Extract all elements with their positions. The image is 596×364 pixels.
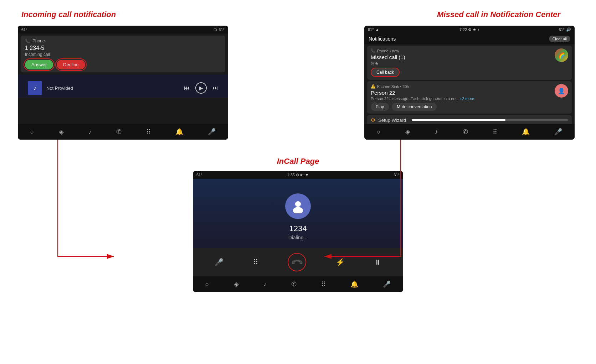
android-icon: ▲ [375, 27, 379, 32]
incall-screen: 61° 1:35 ⚙★↑▼ 61° 1234 Dialing... 🎤 [193, 171, 403, 292]
track-info: Not Provided [46, 85, 180, 91]
incall-status-right: 61° [394, 173, 400, 177]
end-call-button[interactable]: 📞 [288, 253, 306, 271]
call-type: Incoming call [25, 52, 221, 57]
notifications-title: Notifications [369, 36, 396, 42]
incoming-bottom-nav: ○ ◈ ♪ ✆ ⠿ 🔔 🎤 [18, 124, 228, 140]
pause-button[interactable]: ⏸ [374, 258, 381, 266]
missed-status-left: 61° ▲ [368, 27, 379, 32]
answer-button[interactable]: Answer [25, 60, 53, 69]
arrow-incoming-to-incall [58, 140, 114, 256]
call-actions: Answer Decline [25, 60, 221, 69]
missed-call-screen: 61° ▲ 7:22 ⚙ ★ ↑ 61° 🔊 Notifications Cle… [364, 26, 575, 140]
nav-notifications-missed[interactable]: 🔔 [522, 128, 530, 136]
mute-button[interactable]: 🎤 [215, 258, 223, 266]
missed-call-notification: 📞 Phone • now Missed call (1) 阿★ Call ba… [367, 46, 572, 80]
nav-assist-missed[interactable]: ◈ [405, 128, 410, 136]
pause-icon: ⏸ [374, 258, 381, 266]
nav-music[interactable]: ♪ [88, 128, 92, 136]
bluetooth-button[interactable]: ⚡ [336, 258, 345, 266]
incall-actions: 🎤 ⠿ 📞 ⚡ ⏸ [193, 248, 403, 276]
incoming-status-bar: 61° ⬡ 61° [18, 26, 228, 33]
progress-fill [412, 119, 505, 121]
play-button[interactable]: Play [371, 103, 389, 111]
notif-app-name: Phone [32, 38, 45, 43]
missed-status-time: 7:22 ⚙ ★ ↑ [459, 27, 479, 32]
contact-avatar [285, 193, 311, 219]
person-silhouette [291, 199, 305, 213]
volume-icon: 🔊 [566, 27, 571, 32]
call-back-button[interactable]: Call back [371, 68, 400, 77]
incoming-call-title: Incoming call notification [21, 10, 116, 19]
nav-phone[interactable]: ✆ [116, 128, 122, 136]
nav-music-missed[interactable]: ♪ [435, 128, 438, 136]
phone-icon: 📞 [25, 38, 30, 43]
status-icons: ⚙ ★ ↑ [468, 27, 479, 32]
nav-phone-missed[interactable]: ✆ [463, 128, 468, 136]
gear-icon: ⚙ [371, 117, 375, 123]
play-button[interactable]: ▶ [195, 82, 207, 94]
decline-button[interactable]: Decline [57, 60, 85, 69]
nav-mic-missed[interactable]: 🎤 [554, 128, 562, 136]
clear-all-button[interactable]: Clear all [549, 36, 570, 42]
incall-bottom-nav: ○ ◈ ♪ ✆ ⠿ 🔔 🎤 [193, 276, 403, 292]
album-art: ♪ [28, 81, 42, 95]
missed-call-title-text: Missed call (1) [371, 54, 555, 60]
nav-notifications[interactable]: 🔔 [175, 128, 183, 136]
missed-call-source: 📞 Phone • now [371, 48, 555, 53]
incoming-status-right: ⬡ 61° [214, 27, 225, 32]
incall-content: 1234 Dialing... 🎤 ⠿ 📞 ⚡ ⏸ [193, 179, 403, 276]
nav-assist-incall[interactable]: ◈ [234, 280, 239, 288]
nav-home[interactable]: ○ [30, 128, 34, 136]
missed-bottom-nav: ○ ◈ ♪ ✆ ⠿ 🔔 🎤 [364, 124, 575, 140]
incall-page-title: InCall Page [277, 157, 319, 166]
incoming-call-screen: 61° ⬡ 61° 📞 Phone 1 234-5 Incoming call … [18, 26, 228, 140]
incall-main-area: 1234 Dialing... [193, 179, 403, 248]
person22-notification: ⚠️ Kitchen Sink • 20h Person 22 Person 2… [367, 81, 572, 114]
person22-avatar: 👤 [555, 84, 568, 98]
call-status: Dialing... [288, 235, 308, 240]
keypad-button[interactable]: ⠿ [253, 258, 258, 266]
setup-wizard-progress [412, 119, 568, 121]
nav-notifications-incall[interactable]: 🔔 [350, 280, 358, 288]
person22-title: Person 22 [371, 90, 555, 96]
missed-status-bar: 61° ▲ 7:22 ⚙ ★ ↑ 61° 🔊 [364, 26, 575, 33]
phone-icon-small: 📞 [371, 48, 376, 53]
missed-call-avatar: 🌈 [555, 48, 568, 62]
warning-icon: ⚠️ [371, 84, 376, 89]
nav-keypad[interactable]: ⠿ [146, 128, 151, 136]
setup-wizard-text: Setup Wizard [378, 118, 406, 123]
incall-status-left: 61° [196, 173, 202, 177]
nav-keypad-missed[interactable]: ⠿ [493, 128, 497, 136]
next-button[interactable]: ⏭ [212, 85, 218, 91]
bluetooth-icon: ⚡ [336, 258, 345, 266]
mute-conversation-button[interactable]: Mute conversation [392, 103, 437, 111]
nav-phone-incall[interactable]: ✆ [291, 280, 297, 288]
mute-icon: 🎤 [215, 258, 223, 266]
notif-header: 📞 Phone [25, 38, 221, 43]
notification-center-header: Notifications Clear all [364, 33, 575, 44]
missed-call-title: Missed call in Notification Center [437, 10, 560, 19]
caller-number: 1 234-5 [25, 45, 221, 51]
missed-call-left: 📞 Phone • now Missed call (1) 阿★ Call ba… [371, 48, 555, 77]
nav-keypad-incall[interactable]: ⠿ [321, 280, 326, 288]
missed-call-header: 📞 Phone • now Missed call (1) 阿★ Call ba… [371, 48, 568, 77]
person22-source: ⚠️ Kitchen Sink • 20h [371, 84, 555, 89]
nav-mic-incall[interactable]: 🎤 [383, 280, 391, 288]
person22-sub: Person 22's message; Each click generate… [371, 97, 555, 101]
bluetooth-icon: ⬡ [214, 27, 217, 32]
person22-more: +2 more [460, 97, 474, 101]
nav-mic[interactable]: 🎤 [208, 128, 216, 136]
end-call-icon: 📞 [291, 255, 304, 269]
incall-status-icons: ⚙★↑▼ [296, 173, 309, 177]
nav-home-incall[interactable]: ○ [205, 281, 209, 288]
nav-assist[interactable]: ◈ [59, 128, 64, 136]
person22-header: ⚠️ Kitchen Sink • 20h Person 22 Person 2… [371, 84, 568, 111]
setup-wizard-notification: ⚙ Setup Wizard [367, 115, 572, 125]
person22-actions: Play Mute conversation [371, 103, 555, 111]
prev-button[interactable]: ⏮ [184, 85, 190, 91]
incoming-notification-banner: 📞 Phone 1 234-5 Incoming call Answer Dec… [21, 36, 225, 72]
nav-home-missed[interactable]: ○ [377, 128, 381, 136]
incoming-status-left: 61° [21, 27, 27, 32]
nav-music-incall[interactable]: ♪ [263, 281, 267, 288]
